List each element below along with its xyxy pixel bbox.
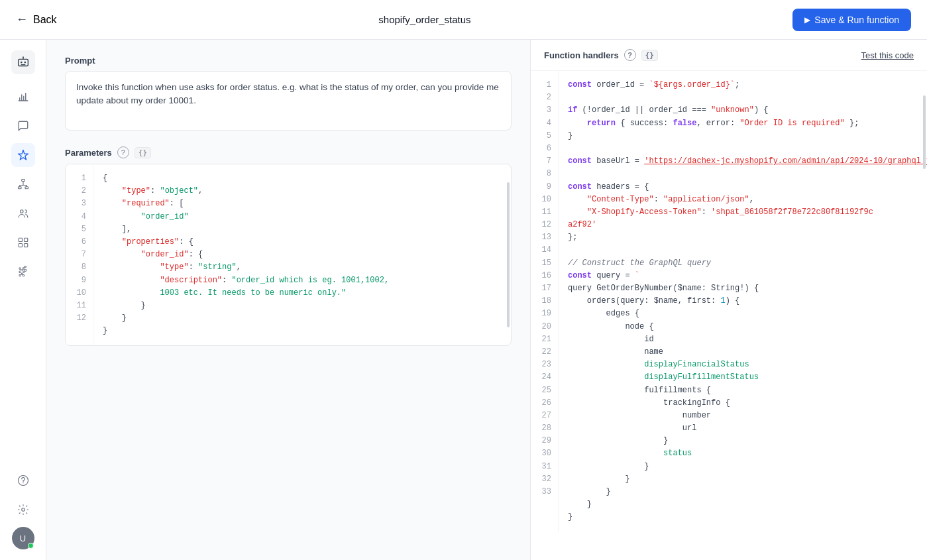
svg-point-13 xyxy=(23,482,23,483)
prompt-text[interactable]: Invoke this function when use asks for o… xyxy=(65,71,512,131)
test-code-link[interactable]: Test this code xyxy=(861,50,914,60)
back-button[interactable]: ← Back xyxy=(16,13,57,27)
svg-rect-10 xyxy=(19,244,22,247)
page-title: shopify_order_status xyxy=(378,14,470,25)
avatar-initials: U xyxy=(20,533,26,543)
svg-rect-8 xyxy=(19,238,22,241)
avatar[interactable]: U xyxy=(12,527,34,549)
grid-icon xyxy=(17,237,29,249)
parameters-editor[interactable]: 1 2 3 4 5 6 7 8 9 10 11 12 { "type": "ob… xyxy=(65,164,512,346)
sidebar-bottom: U xyxy=(11,469,35,549)
gear-icon xyxy=(17,504,29,516)
sidebar-logo[interactable] xyxy=(11,50,35,74)
right-panel: Function handlers ? {} Test this code 1 … xyxy=(530,40,927,560)
users-icon xyxy=(17,207,29,219)
content-area: Prompt Invoke this function when use ask… xyxy=(46,40,927,560)
avatar-online-dot xyxy=(28,543,34,549)
parameters-label: Parameters xyxy=(65,148,112,158)
parameters-code-badge: {} xyxy=(135,147,151,158)
svg-rect-11 xyxy=(24,244,27,247)
back-label: Back xyxy=(33,14,57,26)
chat-icon xyxy=(17,120,29,132)
save-run-button[interactable]: ▶ Save & Run function xyxy=(792,9,911,31)
save-run-label: Save & Run function xyxy=(814,15,899,25)
function-handlers-header: Function handlers ? {} Test this code xyxy=(531,40,927,71)
function-handlers-title: Function handlers ? {} xyxy=(544,49,658,61)
help-icon xyxy=(17,475,29,486)
sidebar-item-plugins[interactable] xyxy=(11,260,35,284)
prompt-label: Prompt xyxy=(65,56,512,66)
parameters-header: Parameters ? {} xyxy=(65,146,512,158)
sidebar-item-users[interactable] xyxy=(11,201,35,225)
svg-point-1 xyxy=(20,62,22,64)
param-line-numbers: 1 2 3 4 5 6 7 8 9 10 11 12 xyxy=(66,164,93,345)
sidebar-item-analytics[interactable] xyxy=(11,85,35,109)
sidebar-item-chat[interactable] xyxy=(11,114,35,138)
org-icon xyxy=(17,178,29,190)
analytics-icon xyxy=(17,91,29,103)
sidebar-item-org[interactable] xyxy=(11,172,35,196)
sidebar: U xyxy=(0,40,46,560)
sidebar-item-settings[interactable] xyxy=(11,498,35,522)
parameters-code: { "type": "object", "required": [ "order… xyxy=(93,164,511,345)
function-handlers-code-badge: {} xyxy=(641,50,658,61)
function-handlers-help-icon[interactable]: ? xyxy=(624,49,636,61)
svg-point-3 xyxy=(23,56,24,58)
function-handlers-code: const order_id = `${args.order_id}`; if … xyxy=(559,71,927,532)
sidebar-item-grid[interactable] xyxy=(11,231,35,254)
main-layout: U Prompt Invoke this function when use a… xyxy=(0,40,927,560)
sidebar-item-help[interactable] xyxy=(11,469,35,492)
function-handlers-label: Function handlers xyxy=(544,50,619,60)
left-panel: Prompt Invoke this function when use ask… xyxy=(46,40,530,560)
param-scrollbar[interactable] xyxy=(507,182,510,327)
robot-icon xyxy=(16,55,30,70)
svg-point-7 xyxy=(20,210,23,213)
sidebar-item-magic[interactable] xyxy=(11,143,35,167)
svg-rect-9 xyxy=(24,238,27,241)
function-scrollbar[interactable] xyxy=(923,95,926,169)
play-icon: ▶ xyxy=(804,15,810,25)
function-handlers-editor[interactable]: 1 2 3 4 5 6 7 8 9 10 11 12 13 14 xyxy=(531,71,927,560)
parameters-help-icon[interactable]: ? xyxy=(117,146,129,158)
svg-point-14 xyxy=(21,508,25,512)
function-line-numbers: 1 2 3 4 5 6 7 8 9 10 11 12 13 14 xyxy=(531,71,559,532)
puzzle-icon xyxy=(17,266,29,278)
topbar: ← Back shopify_order_status ▶ Save & Run… xyxy=(0,0,927,40)
svg-point-2 xyxy=(24,62,26,64)
back-arrow-icon: ← xyxy=(16,13,28,27)
magic-icon xyxy=(17,149,29,161)
